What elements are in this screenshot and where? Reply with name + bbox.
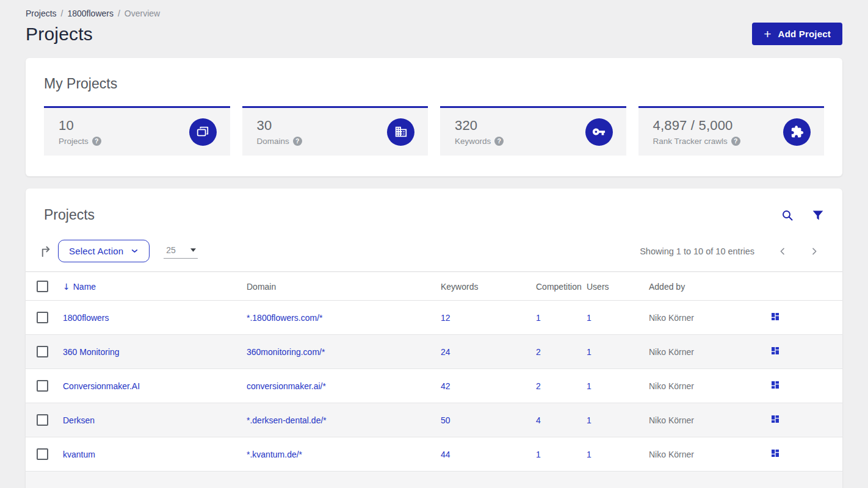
keywords-count[interactable]: 44	[441, 450, 450, 459]
page-size-select[interactable]: 25	[164, 243, 198, 259]
stat-projects-value: 10	[59, 118, 101, 134]
dashboard-icon[interactable]	[770, 312, 780, 321]
select-caret-icon	[190, 248, 196, 252]
table-row: kvantum *.kvantum.de/* 44 1 1 Niko Körne…	[26, 437, 842, 472]
column-header-keywords[interactable]: Keywords	[441, 272, 536, 301]
add-project-label: Add Project	[778, 29, 831, 39]
table-toolbar: Select Action 25 Showing 1 to 10 of 10 e…	[39, 240, 824, 262]
column-header-added-by[interactable]: Added by	[649, 272, 770, 301]
project-name-link[interactable]: 1800flowers	[63, 313, 109, 323]
competition-count[interactable]: 1	[536, 313, 541, 323]
competition-count[interactable]: 2	[536, 347, 541, 357]
column-header-name[interactable]: ↓Name	[63, 272, 247, 301]
add-project-button[interactable]: + Add Project	[752, 23, 842, 45]
project-domain-link[interactable]: *.derksen-dental.de/*	[247, 415, 327, 425]
projects-table-card: Projects Select Action 25 Showing 1 to 1…	[26, 188, 842, 488]
keywords-count[interactable]: 24	[441, 347, 450, 357]
keywords-count[interactable]: 50	[441, 415, 450, 425]
help-icon[interactable]: ?	[731, 137, 740, 146]
entries-summary: Showing 1 to 10 of 10 entries	[640, 246, 754, 256]
search-icon[interactable]	[781, 209, 794, 221]
table-row: 1800flowers *.1800flowers.com/* 12 1 1 N…	[26, 301, 842, 335]
row-checkbox[interactable]	[37, 448, 48, 460]
stat-domains-value: 30	[257, 118, 302, 134]
chevron-right-icon[interactable]	[809, 246, 819, 256]
dashboard-icon[interactable]	[770, 380, 780, 390]
breadcrumb-projects[interactable]: Projects	[26, 9, 57, 18]
row-checkbox[interactable]	[37, 346, 48, 357]
projects-table-title: Projects	[44, 207, 95, 223]
users-count[interactable]: 1	[587, 381, 591, 391]
help-icon[interactable]: ?	[494, 137, 504, 146]
row-checkbox[interactable]	[37, 312, 48, 323]
forward-arrow-icon[interactable]	[39, 244, 53, 258]
table-row: Conversionmaker.AI conversionmaker.ai/* …	[26, 369, 842, 403]
project-domain-link[interactable]: *.1800flowers.com/*	[247, 313, 323, 323]
table-header-row: ↓Name Domain Keywords Competition Users …	[26, 272, 842, 301]
chevron-left-icon[interactable]	[778, 246, 787, 256]
keywords-count[interactable]: 12	[441, 313, 450, 323]
breadcrumb-separator: /	[61, 9, 63, 18]
folder-copy-icon	[189, 118, 217, 146]
users-count[interactable]: 1	[587, 415, 591, 425]
stat-crawls-value: 4,897 / 5,000	[653, 118, 740, 134]
dashboard-icon[interactable]	[770, 414, 780, 424]
project-domain-link[interactable]: *.kvantum.de/*	[247, 450, 302, 459]
breadcrumb: Projects / 1800flowers / Overview	[26, 0, 842, 18]
help-icon[interactable]: ?	[293, 137, 302, 146]
competition-count[interactable]: 4	[536, 415, 541, 425]
stat-keywords: 320 Keywords ?	[440, 106, 626, 156]
competition-count[interactable]: 1	[536, 450, 541, 459]
stat-domains: 30 Domains ?	[242, 106, 429, 156]
breadcrumb-project-name[interactable]: 1800flowers	[67, 9, 114, 18]
building-icon	[387, 118, 414, 146]
column-header-users[interactable]: Users	[587, 272, 649, 301]
project-domain-link[interactable]: 360monitoring.com/*	[247, 347, 325, 357]
stat-projects: 10 Projects ?	[44, 106, 230, 156]
table-row-partial	[26, 472, 842, 488]
page-header: Projects + Add Project	[26, 23, 842, 45]
stat-keywords-label: Keywords	[455, 137, 491, 146]
table-row: 360 Monitoring 360monitoring.com/* 24 2 …	[26, 335, 842, 369]
project-name-link[interactable]: kvantum	[63, 450, 95, 459]
page-title: Projects	[26, 24, 93, 45]
keywords-count[interactable]: 42	[441, 381, 450, 391]
projects-table-body: 1800flowers *.1800flowers.com/* 12 1 1 N…	[26, 301, 842, 488]
users-count[interactable]: 1	[587, 313, 591, 323]
stat-projects-label: Projects	[59, 137, 89, 146]
competition-count[interactable]: 2	[536, 381, 541, 391]
row-checkbox[interactable]	[37, 414, 48, 426]
help-icon[interactable]: ?	[92, 137, 101, 146]
added-by: Niko Körner	[649, 369, 770, 403]
dashboard-icon[interactable]	[770, 346, 780, 356]
dashboard-icon[interactable]	[770, 448, 780, 458]
select-action-label: Select Action	[69, 246, 123, 256]
column-header-competition[interactable]: Competition	[536, 272, 587, 301]
stat-domains-label: Domains	[257, 137, 289, 146]
added-by: Niko Körner	[649, 301, 770, 335]
my-projects-title: My Projects	[44, 76, 824, 92]
stat-keywords-value: 320	[455, 118, 504, 134]
projects-table: ↓Name Domain Keywords Competition Users …	[26, 271, 842, 488]
select-all-checkbox[interactable]	[37, 281, 48, 292]
stat-crawls-label: Rank Tracker crawls	[653, 137, 728, 146]
added-by: Niko Körner	[649, 437, 770, 472]
stats-row: 10 Projects ? 30 Domains	[44, 106, 824, 156]
column-header-domain[interactable]: Domain	[247, 272, 441, 301]
plus-icon: +	[764, 29, 771, 39]
users-count[interactable]: 1	[587, 347, 591, 357]
row-checkbox[interactable]	[37, 380, 48, 392]
project-name-link[interactable]: Conversionmaker.AI	[63, 381, 140, 391]
select-action-dropdown[interactable]: Select Action	[58, 240, 150, 262]
filter-icon[interactable]	[812, 209, 824, 221]
project-domain-link[interactable]: conversionmaker.ai/*	[247, 381, 326, 391]
breadcrumb-separator: /	[118, 9, 120, 18]
page: Projects / 1800flowers / Overview Projec…	[0, 0, 868, 488]
project-name-link[interactable]: 360 Monitoring	[63, 347, 120, 357]
project-name-link[interactable]: Derksen	[63, 415, 95, 425]
table-row: Derksen *.derksen-dental.de/* 50 4 1 Nik…	[26, 403, 842, 437]
puzzle-icon	[783, 118, 811, 146]
sort-desc-icon: ↓	[63, 282, 70, 292]
users-count[interactable]: 1	[587, 450, 591, 459]
added-by: Niko Körner	[649, 403, 770, 437]
